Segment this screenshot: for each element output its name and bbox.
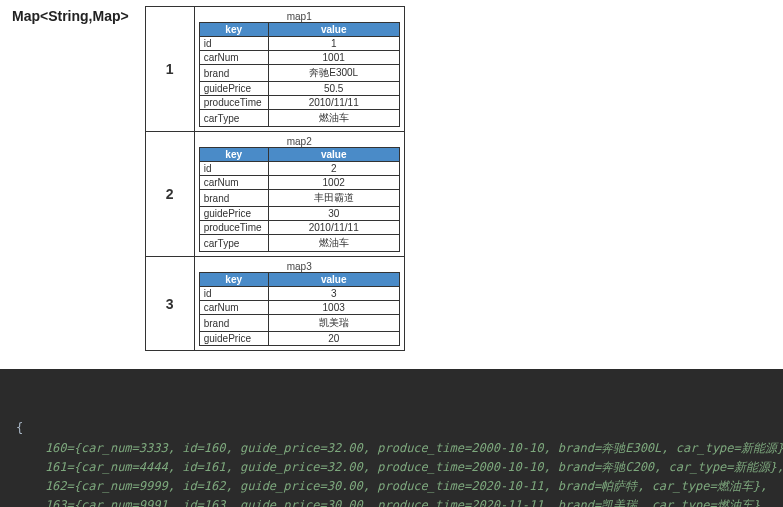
map-index: 2 [145,132,194,257]
table-row: brand丰田霸道 [199,190,399,207]
table-row: carType燃油车 [199,110,399,127]
table-row: brand凯美瑞 [199,315,399,332]
cell-value: 丰田霸道 [268,190,399,207]
cell-key: id [199,162,268,176]
kv-table: keyvalueid2carNum1002brand丰田霸道guidePrice… [199,147,400,252]
cell-value: 燃油车 [268,235,399,252]
cell-key: guidePrice [199,332,268,346]
map-caption: map2 [199,136,400,147]
cell-key: carNum [199,176,268,190]
cell-key: id [199,287,268,301]
console-line: 161={car_num=4444, id=161, guide_price=3… [16,458,767,477]
cell-value: 2010/11/11 [268,96,399,110]
console-line: { [16,419,767,438]
col-value: value [268,23,399,37]
cell-key: brand [199,315,268,332]
cell-key: id [199,37,268,51]
cell-value: 3 [268,287,399,301]
cell-key: carType [199,110,268,127]
map-cell: map1keyvalueid1carNum1001brand奔驰E300Lgui… [194,7,404,132]
col-value: value [268,273,399,287]
col-key: key [199,23,268,37]
map-cell: map3keyvalueid3carNum1003brand凯美瑞guidePr… [194,257,404,351]
table-row: id1 [199,37,399,51]
cell-value: 1002 [268,176,399,190]
cell-value: 奔驰E300L [268,65,399,82]
map-caption: map3 [199,261,400,272]
console-line: 162={car_num=9999, id=162, guide_price=3… [16,477,767,496]
col-key: key [199,273,268,287]
console-output: { 160={car_num=3333, id=160, guide_price… [0,369,783,507]
cell-value: 1001 [268,51,399,65]
console-line: 163={car_num=9991, id=163, guide_price=3… [16,496,767,507]
table-row: guidePrice50.5 [199,82,399,96]
col-key: key [199,148,268,162]
table-row: produceTime2010/11/11 [199,221,399,235]
maps-table: 1map1keyvalueid1carNum1001brand奔驰E300Lgu… [145,6,405,351]
table-row: carNum1001 [199,51,399,65]
cell-key: carNum [199,51,268,65]
cell-key: guidePrice [199,207,268,221]
cell-key: guidePrice [199,82,268,96]
cell-value: 2 [268,162,399,176]
console-line: 160={car_num=3333, id=160, guide_price=3… [16,439,767,458]
table-row: guidePrice20 [199,332,399,346]
table-row: carType燃油车 [199,235,399,252]
map-cell: map2keyvalueid2carNum1002brand丰田霸道guideP… [194,132,404,257]
map-caption: map1 [199,11,400,22]
map-index: 3 [145,257,194,351]
cell-value: 1 [268,37,399,51]
cell-value: 30 [268,207,399,221]
table-row: produceTime2010/11/11 [199,96,399,110]
map-index: 1 [145,7,194,132]
title: Map<String,Map> [6,6,135,26]
cell-value: 燃油车 [268,110,399,127]
table-row: brand奔驰E300L [199,65,399,82]
cell-key: produceTime [199,96,268,110]
kv-table: keyvalueid3carNum1003brand凯美瑞guidePrice2… [199,272,400,346]
cell-key: brand [199,65,268,82]
cell-value: 20 [268,332,399,346]
table-row: guidePrice30 [199,207,399,221]
table-row: carNum1003 [199,301,399,315]
cell-value: 1003 [268,301,399,315]
cell-key: brand [199,190,268,207]
cell-key: produceTime [199,221,268,235]
col-value: value [268,148,399,162]
kv-table: keyvalueid1carNum1001brand奔驰E300LguidePr… [199,22,400,127]
cell-key: carNum [199,301,268,315]
table-row: carNum1002 [199,176,399,190]
cell-value: 50.5 [268,82,399,96]
table-row: id3 [199,287,399,301]
cell-value: 凯美瑞 [268,315,399,332]
cell-key: carType [199,235,268,252]
table-row: id2 [199,162,399,176]
cell-value: 2010/11/11 [268,221,399,235]
